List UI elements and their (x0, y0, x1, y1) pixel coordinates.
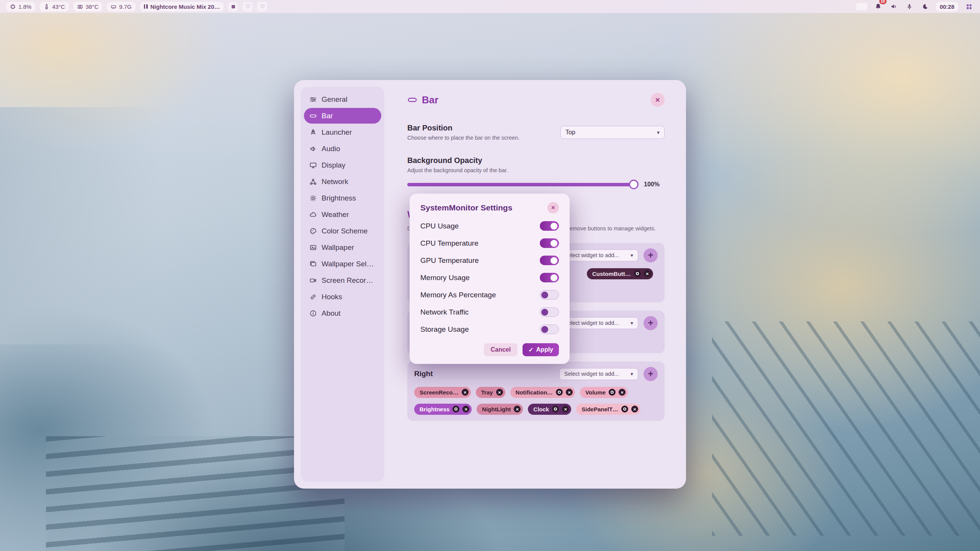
content-header: Bar × (407, 93, 665, 107)
microphone-icon (906, 3, 913, 10)
widget-chip[interactable]: Tray × (476, 387, 505, 398)
toggle-row-storage-usage: Storage Usage (420, 321, 559, 338)
sidebar-item-about[interactable]: About (304, 305, 381, 321)
visibility-toggle-icon[interactable] (609, 389, 616, 396)
sidebar-item-audio[interactable]: Audio (304, 141, 381, 156)
toggle-knob (550, 274, 557, 281)
cpu-temp-module[interactable]: 43°C (40, 2, 69, 11)
sidebar-item-wallpaper[interactable]: Wallpaper (304, 240, 381, 255)
cpu-usage-toggle[interactable] (540, 221, 559, 231)
remove-widget-icon[interactable]: × (462, 389, 469, 396)
notifications-button[interactable]: 10 (873, 2, 883, 11)
sidebar-item-label: Hooks (322, 293, 342, 301)
section-right-label: Right (414, 370, 554, 378)
widget-chip[interactable]: Clock × (528, 404, 571, 415)
remove-widget-icon[interactable]: × (566, 389, 573, 396)
section-center-add-select[interactable]: Select widget to add... ▾ (559, 317, 638, 329)
toggle-knob (550, 257, 557, 264)
section-left-add-select[interactable]: Select widget to add... ▾ (559, 249, 638, 261)
sidebar-item-screen-recorder[interactable]: Screen Recorder (304, 272, 381, 288)
widget-chip[interactable]: SidePanelT… × (576, 404, 640, 415)
apply-button[interactable]: ✓ Apply (523, 343, 559, 356)
sidebar-item-bar[interactable]: Bar (304, 108, 381, 124)
stop-icon (232, 5, 235, 8)
cpu-usage-value: 1.8% (18, 3, 31, 10)
sidebar-item-label: Audio (322, 145, 340, 153)
widget-chip[interactable]: Notification… × (510, 387, 575, 398)
cpu-usage-module[interactable]: 1.8% (6, 2, 35, 11)
cpu-temperature-toggle[interactable] (540, 238, 559, 248)
sidebar-item-network[interactable]: Network (304, 174, 381, 189)
widget-chip[interactable]: Volume × (580, 387, 628, 398)
media-module[interactable]: Nightcore Music Mix 20… (140, 2, 224, 11)
cancel-button[interactable]: Cancel (484, 343, 518, 356)
sidebar-item-wallpaper-selector[interactable]: Wallpaper Selector (304, 256, 381, 272)
toggle-knob (550, 223, 557, 230)
background-opacity-block: Background Opacity Adjust the background… (407, 156, 665, 188)
visibility-toggle-icon[interactable] (452, 406, 459, 412)
toggle-label: CPU Usage (420, 222, 459, 230)
opacity-slider-fill (407, 183, 637, 186)
bar-position-select[interactable]: Top ▾ (560, 126, 665, 139)
sidebar-item-weather[interactable]: Weather (304, 207, 381, 222)
favorite-button-2[interactable]: ♡ (257, 2, 267, 11)
widget-chip[interactable]: ScreenReco… × (414, 387, 471, 398)
app-launcher-button[interactable] (964, 2, 974, 11)
gpu-temp-module[interactable]: 38°C (74, 2, 103, 11)
toggle-label: Memory As Percentage (420, 291, 496, 299)
sidebar-item-label: Weather (322, 210, 349, 219)
favorite-button[interactable]: ♡ (243, 2, 253, 11)
remove-widget-icon[interactable]: × (619, 389, 626, 396)
link-icon (309, 293, 317, 301)
network-traffic-toggle[interactable] (540, 307, 559, 317)
sidebar-item-general[interactable]: General (304, 91, 381, 107)
night-light-button[interactable] (920, 2, 930, 11)
widget-chip-label: Volume (585, 389, 606, 396)
window-close-button[interactable]: × (651, 93, 665, 107)
remove-widget-icon[interactable]: × (496, 389, 503, 396)
sidebar-item-hooks[interactable]: Hooks (304, 289, 381, 305)
chevron-down-icon: ▾ (630, 371, 633, 377)
remove-widget-icon[interactable]: × (514, 406, 521, 412)
sidebar-item-label: General (322, 95, 348, 104)
heart-icon: ♡ (245, 3, 250, 10)
remove-widget-icon[interactable]: × (631, 406, 638, 412)
remove-widget-icon[interactable]: × (462, 406, 469, 412)
modal-toggle-list: CPU Usage CPU Temperature GPU Temperatur… (420, 217, 559, 338)
section-left-add-button[interactable]: + (644, 248, 658, 262)
gpu-temperature-toggle[interactable] (540, 256, 559, 265)
opacity-slider-row: 100% (407, 181, 665, 188)
visibility-toggle-icon[interactable] (552, 406, 559, 412)
sidebar-item-display[interactable]: Display (304, 157, 381, 173)
remove-widget-icon[interactable]: × (644, 270, 651, 277)
toggle-label: CPU Temperature (420, 239, 479, 248)
image-icon (309, 244, 317, 251)
section-right-add-button[interactable]: + (644, 367, 658, 381)
memory-as-percentage-toggle[interactable] (540, 290, 559, 300)
sidebar-item-label: Launcher (322, 128, 352, 137)
widget-chip[interactable]: CustomButt… × (587, 268, 653, 279)
section-right-add-select[interactable]: Select widget to add... ▾ (559, 368, 638, 380)
visibility-toggle-icon[interactable] (556, 389, 563, 396)
widget-chip[interactable]: Brightness × (414, 404, 472, 415)
memory-module[interactable]: 9.7G (107, 2, 136, 11)
media-stop-button[interactable] (228, 2, 238, 11)
section-center-add-button[interactable]: + (644, 316, 658, 330)
widget-chip-label: CustomButt… (592, 271, 631, 277)
visibility-toggle-icon[interactable] (634, 270, 641, 277)
modal-close-button[interactable]: × (547, 202, 559, 214)
storage-usage-toggle[interactable] (540, 324, 559, 334)
sidebar-item-brightness[interactable]: Brightness (304, 190, 381, 206)
volume-button[interactable] (889, 2, 899, 11)
visibility-toggle-icon[interactable] (621, 406, 628, 412)
tray-expand-button[interactable] (856, 3, 867, 10)
memory-usage-toggle[interactable] (540, 273, 559, 282)
microphone-button[interactable] (905, 2, 915, 11)
sidebar-item-launcher[interactable]: Launcher (304, 124, 381, 140)
widget-chip[interactable]: NightLight × (477, 404, 523, 415)
opacity-slider[interactable] (407, 183, 637, 186)
clock-module[interactable]: 00:28 (936, 2, 958, 11)
opacity-slider-thumb[interactable] (629, 180, 639, 189)
remove-widget-icon[interactable]: × (562, 406, 569, 412)
sidebar-item-color-scheme[interactable]: Color Scheme (304, 223, 381, 239)
